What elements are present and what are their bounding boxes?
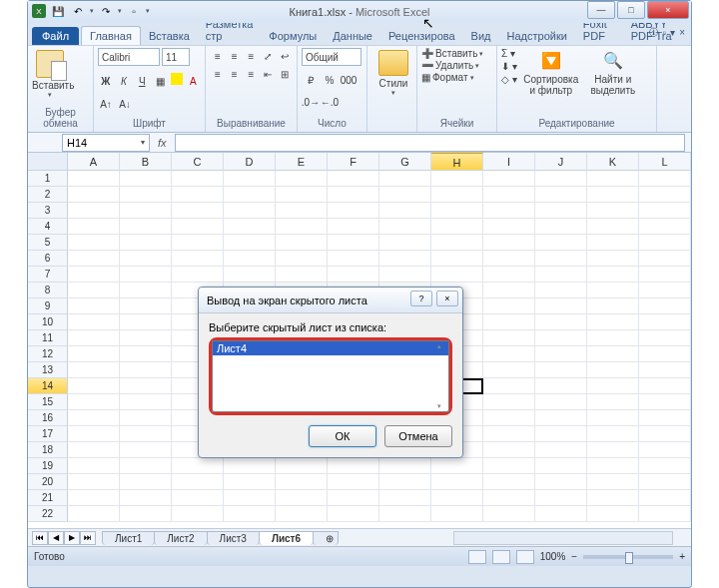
- cell[interactable]: [68, 426, 120, 442]
- row-header-17[interactable]: 17: [28, 426, 68, 442]
- zoom-slider[interactable]: [583, 555, 673, 559]
- cell[interactable]: [172, 490, 224, 506]
- cell[interactable]: [172, 219, 224, 235]
- cell[interactable]: [328, 187, 379, 203]
- cell[interactable]: [587, 283, 639, 298]
- cell[interactable]: [120, 203, 172, 219]
- file-tab[interactable]: Файл: [32, 27, 79, 45]
- cell[interactable]: [172, 251, 224, 267]
- cell[interactable]: [431, 251, 483, 267]
- help-icon[interactable]: 🛈: [649, 27, 659, 38]
- cell[interactable]: [639, 235, 691, 251]
- cell[interactable]: [535, 474, 587, 490]
- cell[interactable]: [483, 474, 535, 490]
- cell[interactable]: [483, 410, 535, 426]
- cell[interactable]: [328, 171, 379, 187]
- new-sheet-button[interactable]: ⊕: [313, 531, 339, 545]
- cell[interactable]: [68, 267, 120, 283]
- cell[interactable]: [535, 394, 587, 410]
- cell[interactable]: [224, 474, 276, 490]
- cell[interactable]: [587, 298, 639, 314]
- listbox-scrollbar[interactable]: ▴▾: [437, 342, 447, 410]
- cell[interactable]: [224, 219, 276, 235]
- tab-home[interactable]: Главная: [81, 26, 141, 45]
- list-item-selected[interactable]: Лист4: [213, 341, 448, 355]
- cell[interactable]: [535, 187, 587, 203]
- sheet-nav-2[interactable]: ▶: [64, 531, 80, 545]
- cell[interactable]: [328, 490, 379, 506]
- cell[interactable]: [120, 187, 172, 203]
- cell[interactable]: [587, 330, 639, 346]
- save-icon[interactable]: 💾: [50, 3, 66, 19]
- cell[interactable]: [328, 506, 379, 522]
- underline-button[interactable]: Ч: [135, 73, 150, 89]
- cell[interactable]: [483, 314, 535, 330]
- grow-font-button[interactable]: A↑: [98, 96, 114, 112]
- cell[interactable]: [483, 442, 535, 458]
- cell[interactable]: [483, 362, 535, 378]
- cell[interactable]: [328, 203, 379, 219]
- cell[interactable]: [68, 474, 120, 490]
- cell[interactable]: [431, 267, 483, 283]
- cell[interactable]: [276, 474, 328, 490]
- cell[interactable]: [535, 219, 587, 235]
- row-header-4[interactable]: 4: [28, 219, 68, 235]
- cell[interactable]: [224, 490, 276, 506]
- row-header-22[interactable]: 22: [28, 506, 68, 522]
- cell[interactable]: [120, 490, 172, 506]
- sheet-tab-Лист6[interactable]: Лист6: [259, 531, 314, 545]
- currency-icon[interactable]: ₽: [302, 72, 320, 88]
- row-header-2[interactable]: 2: [28, 187, 68, 203]
- fx-icon[interactable]: fx: [158, 137, 167, 149]
- cell[interactable]: [379, 187, 431, 203]
- tab-view[interactable]: Вид: [463, 27, 499, 45]
- normal-view-button[interactable]: [468, 550, 486, 564]
- sheet-nav-3[interactable]: ⏭: [80, 531, 96, 545]
- cell[interactable]: [120, 458, 172, 474]
- cell[interactable]: [68, 187, 120, 203]
- sheet-nav-0[interactable]: ⏮: [32, 531, 48, 545]
- cell[interactable]: [483, 171, 535, 187]
- cell[interactable]: [431, 187, 483, 203]
- align-right-icon[interactable]: ≡: [244, 66, 260, 82]
- format-cells-button[interactable]: ▦Формат▾: [421, 72, 492, 83]
- cell[interactable]: [224, 235, 276, 251]
- col-header-A[interactable]: A: [68, 153, 120, 171]
- cell[interactable]: [120, 410, 172, 426]
- cell[interactable]: [431, 490, 483, 506]
- cell[interactable]: [587, 346, 639, 362]
- sort-filter-button[interactable]: 🔽 Сортировка и фильтр: [523, 48, 579, 96]
- percent-icon[interactable]: %: [321, 72, 339, 88]
- cell[interactable]: [639, 474, 691, 490]
- cell[interactable]: [224, 267, 276, 283]
- cell[interactable]: [328, 235, 379, 251]
- cell[interactable]: [639, 267, 691, 283]
- cell[interactable]: [379, 219, 431, 235]
- cell[interactable]: [68, 442, 120, 458]
- cell[interactable]: [639, 219, 691, 235]
- cell[interactable]: [276, 203, 328, 219]
- cell[interactable]: [431, 235, 483, 251]
- col-header-C[interactable]: C: [172, 153, 224, 171]
- comma-icon[interactable]: 000: [340, 72, 358, 88]
- paste-dropdown[interactable]: ▾: [32, 91, 68, 99]
- cell[interactable]: [535, 267, 587, 283]
- cell[interactable]: [587, 426, 639, 442]
- col-header-K[interactable]: K: [587, 153, 639, 171]
- cell[interactable]: [483, 490, 535, 506]
- cell[interactable]: [68, 219, 120, 235]
- number-format-combo[interactable]: Общий: [302, 48, 361, 66]
- cell[interactable]: [483, 378, 535, 394]
- align-top-icon[interactable]: ≡: [210, 48, 226, 64]
- undo-dropdown[interactable]: ▾: [90, 7, 94, 15]
- cell[interactable]: [172, 171, 224, 187]
- cell[interactable]: [587, 458, 639, 474]
- inc-decimal-icon[interactable]: .0→: [302, 95, 320, 111]
- bold-button[interactable]: Ж: [98, 73, 113, 89]
- cell[interactable]: [68, 394, 120, 410]
- cell[interactable]: [379, 267, 431, 283]
- cell[interactable]: [276, 490, 328, 506]
- cell[interactable]: [587, 171, 639, 187]
- row-header-16[interactable]: 16: [28, 410, 68, 426]
- cell[interactable]: [224, 171, 276, 187]
